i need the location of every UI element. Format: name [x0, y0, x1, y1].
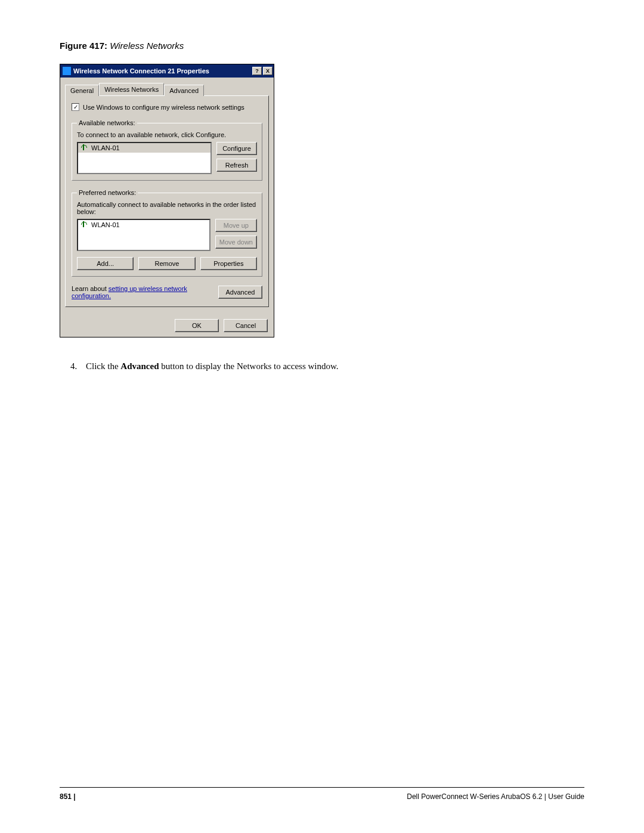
footer-right: Dell PowerConnect W-Series ArubaOS 6.2 |…: [407, 792, 584, 801]
page-footer: 851 | Dell PowerConnect W-Series ArubaOS…: [60, 787, 584, 801]
tab-general[interactable]: General: [65, 85, 99, 96]
preferred-networks-group: Preferred networks: Automatically connec…: [72, 189, 262, 277]
available-listbox[interactable]: WLAN-01: [77, 142, 212, 174]
network-name: WLAN-01: [91, 221, 120, 228]
tab-strip: General Wireless Networks Advanced: [65, 82, 269, 95]
tab-advanced[interactable]: Advanced: [164, 85, 204, 96]
available-hint: To connect to an available network, clic…: [77, 131, 257, 138]
network-icon: [80, 144, 88, 151]
available-legend: Available networks:: [77, 119, 137, 126]
preferred-hint: Automatically connect to available netwo…: [77, 201, 257, 215]
network-icon: [80, 221, 88, 228]
cancel-button[interactable]: Cancel: [224, 319, 268, 332]
network-name: WLAN-01: [91, 144, 120, 151]
titlebar: Wireless Network Connection 21 Propertie…: [60, 64, 274, 78]
step-text: Click the Advanced button to display the…: [86, 361, 339, 371]
use-windows-row: ✓ Use Windows to configure my wireless n…: [72, 103, 262, 111]
use-windows-label: Use Windows to configure my wireless net…: [83, 104, 244, 111]
remove-button[interactable]: Remove: [138, 257, 195, 270]
dialog-footer: OK Cancel: [60, 313, 274, 337]
checkmark-icon: ✓: [73, 104, 78, 110]
step-number: 4.: [70, 361, 86, 371]
tab-panel: ✓ Use Windows to configure my wireless n…: [65, 95, 269, 307]
preferred-legend: Preferred networks:: [77, 189, 138, 196]
close-button[interactable]: X: [263, 67, 273, 75]
window-sys-icon: [63, 67, 71, 75]
advanced-button[interactable]: Advanced: [218, 286, 262, 299]
preferred-listbox[interactable]: WLAN-01: [77, 219, 210, 251]
page-number: 851: [60, 792, 72, 801]
footer-left: 851 |: [60, 792, 76, 801]
refresh-button[interactable]: Refresh: [216, 159, 257, 172]
figure-label: Figure 417:: [60, 41, 107, 51]
properties-dialog: Wireless Network Connection 21 Propertie…: [60, 64, 274, 337]
window-title: Wireless Network Connection 21 Propertie…: [73, 67, 251, 75]
use-windows-checkbox[interactable]: ✓: [72, 103, 79, 111]
instruction-step: 4. Click the Advanced button to display …: [60, 361, 584, 371]
available-networks-group: Available networks: To connect to an ava…: [72, 119, 262, 181]
figure-title: Wireless Networks: [110, 41, 184, 51]
help-button[interactable]: ?: [252, 67, 262, 75]
tab-wireless-networks[interactable]: Wireless Networks: [99, 83, 164, 95]
list-item[interactable]: WLAN-01: [78, 220, 209, 230]
add-button[interactable]: Add...: [77, 257, 134, 270]
ok-button[interactable]: OK: [175, 319, 219, 332]
configure-button[interactable]: Configure: [216, 142, 257, 155]
learn-text: Learn about setting up wireless network …: [72, 285, 218, 299]
move-up-button[interactable]: Move up: [215, 219, 257, 232]
properties-button[interactable]: Properties: [200, 257, 257, 270]
move-down-button[interactable]: Move down: [215, 236, 257, 249]
list-item[interactable]: WLAN-01: [78, 143, 210, 153]
figure-caption: Figure 417: Wireless Networks: [60, 41, 584, 51]
